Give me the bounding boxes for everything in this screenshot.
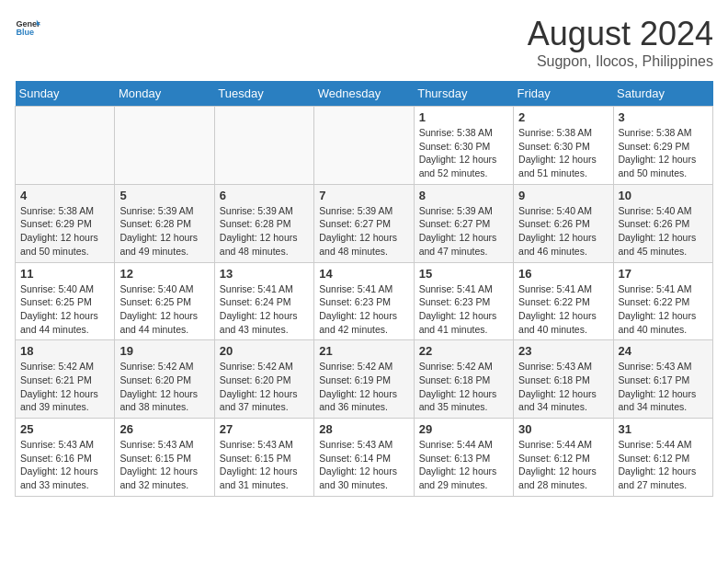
day-info: Sunrise: 5:38 AM Sunset: 6:29 PM Dayligh…	[619, 126, 708, 180]
day-info: Sunrise: 5:39 AM Sunset: 6:27 PM Dayligh…	[319, 204, 408, 259]
location: Sugpon, Ilocos, Philippines	[528, 53, 713, 70]
calendar-cell: 1Sunrise: 5:38 AM Sunset: 6:30 PM Daylig…	[414, 107, 513, 185]
day-number: 25	[20, 422, 109, 436]
calendar-cell: 16Sunrise: 5:41 AM Sunset: 6:22 PM Dayli…	[514, 262, 613, 340]
calendar-cell	[214, 107, 313, 185]
calendar-cell: 8Sunrise: 5:39 AM Sunset: 6:27 PM Daylig…	[414, 184, 513, 262]
week-row-2: 4Sunrise: 5:38 AM Sunset: 6:29 PM Daylig…	[16, 184, 713, 262]
day-number: 19	[119, 344, 209, 358]
calendar-cell: 21Sunrise: 5:42 AM Sunset: 6:19 PM Dayli…	[314, 340, 414, 419]
calendar-cell: 29Sunrise: 5:44 AM Sunset: 6:13 PM Dayli…	[414, 419, 513, 497]
day-info: Sunrise: 5:43 AM Sunset: 6:18 PM Dayligh…	[518, 360, 608, 414]
day-number: 16	[518, 267, 608, 281]
page-header: General Blue August 2024 Sugpon, Ilocos,…	[15, 15, 713, 70]
day-number: 13	[220, 267, 309, 281]
calendar-cell: 22Sunrise: 5:42 AM Sunset: 6:18 PM Dayli…	[414, 340, 513, 419]
day-info: Sunrise: 5:39 AM Sunset: 6:28 PM Dayligh…	[220, 204, 309, 259]
day-number: 2	[518, 110, 608, 124]
day-info: Sunrise: 5:40 AM Sunset: 6:25 PM Dayligh…	[20, 282, 109, 337]
calendar-cell: 4Sunrise: 5:38 AM Sunset: 6:29 PM Daylig…	[16, 184, 115, 262]
day-info: Sunrise: 5:43 AM Sunset: 6:15 PM Dayligh…	[220, 438, 309, 492]
calendar-cell: 23Sunrise: 5:43 AM Sunset: 6:18 PM Dayli…	[514, 340, 613, 419]
calendar-cell: 17Sunrise: 5:41 AM Sunset: 6:22 PM Dayli…	[613, 262, 712, 340]
calendar-table: SundayMondayTuesdayWednesdayThursdayFrid…	[15, 81, 713, 497]
calendar-cell: 28Sunrise: 5:43 AM Sunset: 6:14 PM Dayli…	[314, 419, 414, 497]
calendar-cell: 3Sunrise: 5:38 AM Sunset: 6:29 PM Daylig…	[613, 107, 712, 185]
calendar-cell: 30Sunrise: 5:44 AM Sunset: 6:12 PM Dayli…	[514, 419, 613, 497]
day-number: 15	[419, 267, 508, 281]
day-info: Sunrise: 5:40 AM Sunset: 6:26 PM Dayligh…	[518, 204, 608, 259]
day-number: 4	[20, 189, 109, 202]
calendar-cell	[16, 107, 115, 185]
day-info: Sunrise: 5:43 AM Sunset: 6:15 PM Dayligh…	[119, 438, 209, 492]
day-number: 28	[319, 422, 408, 436]
day-number: 27	[220, 422, 309, 436]
calendar-cell: 2Sunrise: 5:38 AM Sunset: 6:30 PM Daylig…	[514, 107, 613, 185]
day-info: Sunrise: 5:41 AM Sunset: 6:22 PM Dayligh…	[619, 282, 708, 337]
day-number: 18	[20, 344, 109, 358]
day-number: 8	[419, 189, 508, 202]
calendar-cell: 10Sunrise: 5:40 AM Sunset: 6:26 PM Dayli…	[613, 184, 712, 262]
week-row-5: 25Sunrise: 5:43 AM Sunset: 6:16 PM Dayli…	[16, 419, 713, 497]
day-number: 5	[119, 189, 209, 202]
calendar-cell: 9Sunrise: 5:40 AM Sunset: 6:26 PM Daylig…	[514, 184, 613, 262]
day-info: Sunrise: 5:40 AM Sunset: 6:25 PM Dayligh…	[119, 282, 209, 337]
day-number: 20	[220, 344, 309, 358]
calendar-cell: 19Sunrise: 5:42 AM Sunset: 6:20 PM Dayli…	[115, 340, 214, 419]
day-number: 6	[220, 189, 309, 202]
day-header-tuesday: Tuesday	[214, 81, 313, 107]
logo-icon: General Blue	[15, 15, 40, 40]
day-number: 23	[518, 344, 608, 358]
svg-text:Blue: Blue	[16, 28, 34, 37]
day-info: Sunrise: 5:44 AM Sunset: 6:13 PM Dayligh…	[419, 438, 508, 492]
week-row-1: 1Sunrise: 5:38 AM Sunset: 6:30 PM Daylig…	[16, 107, 713, 185]
day-number: 1	[419, 110, 508, 124]
calendar-cell: 14Sunrise: 5:41 AM Sunset: 6:23 PM Dayli…	[314, 262, 414, 340]
day-number: 3	[619, 110, 708, 124]
day-header-monday: Monday	[115, 81, 214, 107]
calendar-cell: 12Sunrise: 5:40 AM Sunset: 6:25 PM Dayli…	[115, 262, 214, 340]
calendar-cell: 7Sunrise: 5:39 AM Sunset: 6:27 PM Daylig…	[314, 184, 414, 262]
day-header-sunday: Sunday	[16, 81, 115, 107]
calendar-cell: 20Sunrise: 5:42 AM Sunset: 6:20 PM Dayli…	[214, 340, 313, 419]
day-info: Sunrise: 5:43 AM Sunset: 6:16 PM Dayligh…	[20, 438, 109, 492]
day-number: 17	[619, 267, 708, 281]
day-info: Sunrise: 5:42 AM Sunset: 6:19 PM Dayligh…	[319, 360, 408, 414]
day-info: Sunrise: 5:38 AM Sunset: 6:29 PM Dayligh…	[20, 204, 109, 259]
day-number: 10	[619, 189, 708, 202]
day-info: Sunrise: 5:42 AM Sunset: 6:20 PM Dayligh…	[220, 360, 309, 414]
calendar-cell: 15Sunrise: 5:41 AM Sunset: 6:23 PM Dayli…	[414, 262, 513, 340]
day-header-friday: Friday	[514, 81, 613, 107]
day-number: 7	[319, 189, 408, 202]
day-number: 11	[20, 267, 109, 281]
week-row-3: 11Sunrise: 5:40 AM Sunset: 6:25 PM Dayli…	[16, 262, 713, 340]
day-info: Sunrise: 5:44 AM Sunset: 6:12 PM Dayligh…	[518, 438, 608, 492]
calendar-cell	[314, 107, 414, 185]
logo: General Blue	[15, 15, 40, 40]
day-info: Sunrise: 5:42 AM Sunset: 6:18 PM Dayligh…	[419, 360, 508, 414]
day-info: Sunrise: 5:38 AM Sunset: 6:30 PM Dayligh…	[518, 126, 608, 180]
calendar-cell: 31Sunrise: 5:44 AM Sunset: 6:12 PM Dayli…	[613, 419, 712, 497]
day-info: Sunrise: 5:42 AM Sunset: 6:21 PM Dayligh…	[20, 360, 109, 414]
calendar-cell: 24Sunrise: 5:43 AM Sunset: 6:17 PM Dayli…	[613, 340, 712, 419]
calendar-cell: 18Sunrise: 5:42 AM Sunset: 6:21 PM Dayli…	[16, 340, 115, 419]
day-number: 26	[119, 422, 209, 436]
day-info: Sunrise: 5:42 AM Sunset: 6:20 PM Dayligh…	[119, 360, 209, 414]
day-number: 24	[619, 344, 708, 358]
day-number: 29	[419, 422, 508, 436]
day-info: Sunrise: 5:39 AM Sunset: 6:27 PM Dayligh…	[419, 204, 508, 259]
calendar-cell: 27Sunrise: 5:43 AM Sunset: 6:15 PM Dayli…	[214, 419, 313, 497]
day-info: Sunrise: 5:43 AM Sunset: 6:14 PM Dayligh…	[319, 438, 408, 492]
day-number: 31	[619, 422, 708, 436]
header-row: SundayMondayTuesdayWednesdayThursdayFrid…	[16, 81, 713, 107]
day-info: Sunrise: 5:43 AM Sunset: 6:17 PM Dayligh…	[619, 360, 708, 414]
day-info: Sunrise: 5:41 AM Sunset: 6:22 PM Dayligh…	[518, 282, 608, 337]
day-info: Sunrise: 5:41 AM Sunset: 6:23 PM Dayligh…	[419, 282, 508, 337]
calendar-cell: 11Sunrise: 5:40 AM Sunset: 6:25 PM Dayli…	[16, 262, 115, 340]
calendar-cell: 26Sunrise: 5:43 AM Sunset: 6:15 PM Dayli…	[115, 419, 214, 497]
day-header-thursday: Thursday	[414, 81, 513, 107]
day-number: 14	[319, 267, 408, 281]
day-info: Sunrise: 5:38 AM Sunset: 6:30 PM Dayligh…	[419, 126, 508, 180]
day-number: 9	[518, 189, 608, 202]
calendar-cell: 6Sunrise: 5:39 AM Sunset: 6:28 PM Daylig…	[214, 184, 313, 262]
